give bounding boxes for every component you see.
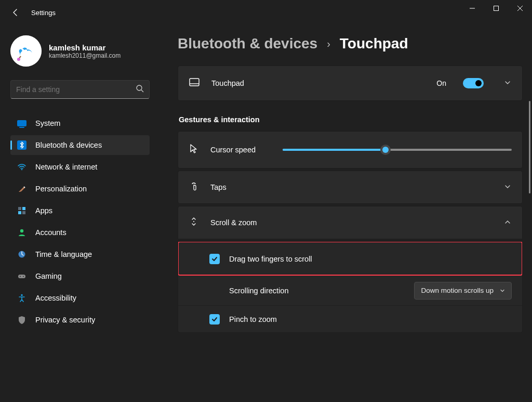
chevron-up-icon[interactable] (503, 219, 512, 227)
profile-name: kamlesh kumar (49, 43, 121, 52)
svg-rect-10 (22, 207, 25, 210)
drag-two-fingers-row[interactable]: Drag two fingers to scroll (178, 242, 522, 275)
scroll-zoom-card[interactable]: Scroll & zoom (178, 206, 523, 239)
nav-label: Bluetooth & devices (35, 141, 102, 149)
svg-point-21 (193, 221, 194, 222)
svg-point-8 (21, 169, 22, 170)
nav-network[interactable]: Network & internet (10, 157, 150, 177)
touchpad-toggle[interactable] (463, 78, 484, 88)
pinch-zoom-label: Pinch to zoom (229, 315, 512, 323)
drag-two-fingers-label: Drag two fingers to scroll (229, 255, 512, 263)
nav-label: Network & internet (35, 163, 97, 171)
touchpad-card[interactable]: Touchpad On (178, 66, 523, 101)
touchpad-label: Touchpad (211, 79, 425, 87)
svg-point-4 (17, 58, 20, 61)
maximize-button[interactable] (484, 0, 508, 17)
nav-privacy-security[interactable]: Privacy & security (10, 310, 150, 330)
scrollbar[interactable] (529, 101, 530, 193)
accessibility-icon (17, 293, 27, 303)
nav-system[interactable]: System (10, 113, 150, 133)
close-button[interactable] (508, 0, 532, 17)
svg-rect-19 (190, 79, 199, 86)
breadcrumb-current: Touchpad (340, 35, 408, 52)
svg-rect-1 (494, 6, 499, 11)
profile-email: kamlesh2011@gmail.com (49, 52, 121, 59)
nav-label: Privacy & security (35, 316, 95, 324)
breadcrumb: Bluetooth & devices › Touchpad (178, 35, 523, 52)
taps-icon (189, 181, 199, 193)
svg-point-5 (137, 85, 142, 90)
svg-rect-9 (18, 207, 21, 210)
svg-point-16 (20, 276, 21, 277)
touchpad-state: On (436, 79, 446, 87)
minimize-button[interactable] (460, 0, 484, 17)
profile[interactable]: kamlesh kumar kamlesh2011@gmail.com (10, 35, 160, 67)
svg-rect-11 (18, 211, 21, 214)
section-gestures-title: Gestures & interaction (179, 115, 523, 124)
nav-label: Accessibility (35, 294, 76, 302)
cursor-speed-card: Cursor speed (178, 131, 523, 168)
nav-label: Time & language (35, 250, 92, 258)
bluetooth-icon (17, 140, 27, 150)
nav-personalization[interactable]: Personalization (10, 179, 150, 199)
titlebar: Settings (0, 0, 532, 25)
scrolling-direction-row: Scrolling direction Down motion scrolls … (178, 275, 522, 305)
wifi-icon (17, 162, 27, 172)
scrolling-direction-label: Scrolling direction (229, 287, 405, 295)
touchpad-icon (189, 76, 200, 90)
back-button[interactable] (5, 2, 26, 23)
nav-label: Accounts (35, 228, 66, 237)
scroll-zoom-sublist: Drag two fingers to scroll Scrolling dir… (178, 241, 523, 333)
scrolling-direction-combo[interactable]: Down motion scrolls up (414, 282, 512, 300)
cursor-speed-slider[interactable] (283, 149, 512, 151)
avatar (10, 35, 42, 67)
search-icon (136, 84, 144, 95)
sidebar: kamlesh kumar kamlesh2011@gmail.com Syst… (0, 25, 160, 402)
nav-label: Gaming (35, 272, 62, 280)
cursor-speed-label: Cursor speed (210, 146, 256, 154)
scroll-zoom-label: Scroll & zoom (210, 218, 484, 227)
chevron-down-icon[interactable] (503, 184, 512, 191)
nav-bluetooth-devices[interactable]: Bluetooth & devices (10, 135, 150, 155)
taps-card[interactable]: Taps (178, 171, 523, 204)
drag-two-fingers-checkbox[interactable] (209, 254, 220, 264)
nav: System Bluetooth & devices Network & int… (10, 113, 160, 330)
chevron-down-icon[interactable] (503, 80, 512, 87)
nav-label: Apps (35, 206, 52, 215)
nav-label: Personalization (35, 185, 87, 193)
nav-time-language[interactable]: Time & language (10, 244, 150, 264)
scroll-zoom-icon (189, 216, 199, 229)
breadcrumb-parent[interactable]: Bluetooth & devices (178, 35, 317, 52)
nav-gaming[interactable]: Gaming (10, 266, 150, 286)
svg-rect-15 (18, 275, 25, 278)
chevron-right-icon: › (327, 38, 330, 50)
pinch-zoom-checkbox[interactable] (209, 314, 220, 325)
svg-point-17 (23, 276, 24, 277)
svg-point-3 (22, 49, 24, 51)
pinch-zoom-row[interactable]: Pinch to zoom (178, 305, 522, 332)
svg-point-2 (10, 35, 42, 67)
shield-icon (17, 315, 27, 325)
nav-apps[interactable]: Apps (10, 201, 150, 221)
clock-globe-icon (17, 249, 27, 260)
nav-label: System (35, 119, 60, 127)
svg-point-13 (20, 229, 23, 232)
taps-label: Taps (210, 183, 484, 191)
svg-rect-12 (22, 211, 25, 214)
svg-point-18 (21, 294, 23, 296)
gamepad-icon (17, 271, 27, 281)
monitor-icon (17, 118, 27, 128)
window-title: Settings (31, 9, 56, 17)
search-input[interactable] (16, 85, 136, 94)
person-icon (17, 227, 27, 238)
cursor-icon (189, 144, 199, 156)
scrolling-direction-value: Down motion scrolls up (421, 287, 494, 294)
svg-line-6 (141, 90, 143, 92)
apps-icon (17, 205, 27, 216)
nav-accessibility[interactable]: Accessibility (10, 288, 150, 308)
main: Bluetooth & devices › Touchpad Touchpad … (160, 25, 532, 402)
nav-accounts[interactable]: Accounts (10, 223, 150, 242)
search-box[interactable] (10, 80, 150, 99)
paintbrush-icon (17, 184, 27, 194)
